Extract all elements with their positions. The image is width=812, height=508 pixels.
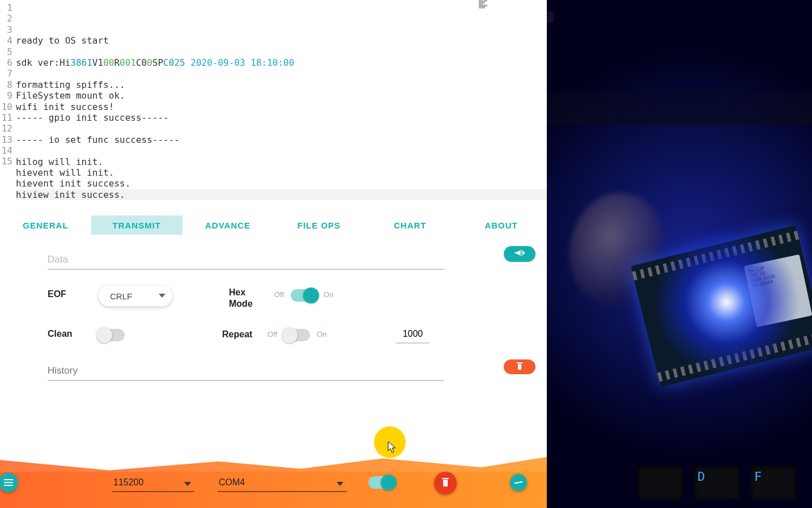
console-line: ----- io set func success----- [16, 134, 547, 145]
line-number: 8 [0, 79, 12, 90]
extra-action-button[interactable] [510, 474, 527, 491]
console-line: sdk ver:Hi3861V100R001C00SPC025 2020-09-… [16, 57, 547, 68]
led-glow [653, 228, 800, 376]
line-number: 4 [0, 35, 12, 46]
console-line: hievent will init. [16, 167, 547, 178]
repeat-off-label: Off [261, 325, 284, 338]
tab-general[interactable]: GENERAL [0, 215, 91, 235]
baudrate-value: 115200 [113, 477, 143, 487]
line-number: 5 [0, 46, 12, 57]
chevron-down-icon [337, 482, 343, 486]
eof-value: CRLF [110, 291, 132, 301]
console-line: wifi init success! [16, 101, 547, 112]
line-number: 13 [0, 134, 12, 145]
console-line: hilog will init. [16, 156, 547, 167]
hardware-camera-view: et Hi-12FFCC CE2020 0210ID:XXXXX D F [547, 0, 812, 508]
console-line: formatting spiffs... [16, 79, 547, 90]
console-line: FileSystem mount ok. [16, 90, 547, 101]
tab-bar: GENERALTRANSMITADVANCEFILE OPSCHARTABOUT [0, 215, 547, 235]
tab-chart[interactable]: CHART [364, 215, 456, 235]
clean-label: Clean [48, 325, 99, 339]
repeat-interval-input[interactable] [396, 325, 430, 344]
baudrate-select[interactable]: 115200 [112, 474, 194, 492]
hexmode-label: HexMode [229, 286, 267, 310]
repeat-label: Repeat [222, 325, 261, 340]
trash-icon [518, 364, 521, 370]
repeat-toggle[interactable] [284, 329, 310, 341]
port-value: COM4 [219, 477, 245, 487]
console-line [16, 68, 547, 79]
port-select[interactable]: COM4 [218, 474, 347, 492]
history-delete-button[interactable] [504, 359, 535, 374]
line-number: 12 [0, 123, 12, 134]
minimap[interactable]: ████ ███████████████████████████ [479, 0, 541, 23]
tab-transmit[interactable]: TRANSMIT [91, 215, 182, 235]
line-number: 7 [0, 68, 12, 79]
line-number: 2 [0, 13, 12, 24]
hex-on-label: On [317, 286, 340, 299]
line-number: 9 [0, 90, 12, 101]
wave-icon [515, 481, 522, 484]
line-number: 10 [0, 101, 12, 112]
console-text[interactable]: ████ ███████████████████████████ ready t… [12, 0, 547, 215]
console-line: hievent init success. [16, 178, 547, 189]
line-number: 15 [0, 156, 12, 167]
chevron-down-icon [159, 294, 165, 298]
console-line [16, 123, 547, 134]
line-number: 6 [0, 57, 12, 68]
keyboard-key: F [751, 466, 796, 500]
clear-button[interactable] [434, 472, 457, 494]
repeat-on-label: On [310, 325, 333, 338]
eof-select[interactable]: CRLF [99, 286, 172, 306]
console-line: ----- gpio init success----- [16, 112, 547, 123]
connect-toggle[interactable] [368, 476, 394, 489]
tab-advance[interactable]: ADVANCE [182, 215, 274, 235]
tab-about[interactable]: ABOUT [456, 215, 547, 235]
menu-icon [4, 479, 13, 486]
chevron-down-icon [184, 482, 191, 486]
trash-icon [443, 480, 448, 486]
bottom-toolbar: 115200 COM4 [0, 456, 547, 508]
console-line: hiview init success. [16, 189, 547, 200]
keyboard-key: D [694, 466, 739, 500]
console-line [16, 145, 547, 156]
line-number: 11 [0, 112, 12, 123]
line-number: 3 [0, 24, 12, 35]
hexmode-toggle[interactable] [291, 289, 317, 302]
history-input[interactable] [48, 361, 444, 381]
console-line: ready to OS start [16, 35, 547, 46]
line-number: 14 [0, 145, 12, 156]
tab-file-ops[interactable]: FILE OPS [273, 215, 364, 235]
cursor-pointer-icon [388, 441, 397, 456]
console-line [16, 46, 547, 57]
clean-toggle[interactable] [99, 329, 125, 341]
line-number: 1 [0, 2, 12, 13]
eof-label: EOF [48, 286, 99, 299]
hex-off-label: Off [267, 286, 291, 299]
line-number-gutter: 123456789101112131415 [0, 0, 12, 215]
send-button[interactable] [504, 246, 535, 262]
serial-console: 123456789101112131415 ████ █████████████… [0, 0, 547, 215]
send-icon [515, 249, 525, 259]
keyboard-key [637, 466, 683, 500]
data-input[interactable] [48, 248, 444, 270]
